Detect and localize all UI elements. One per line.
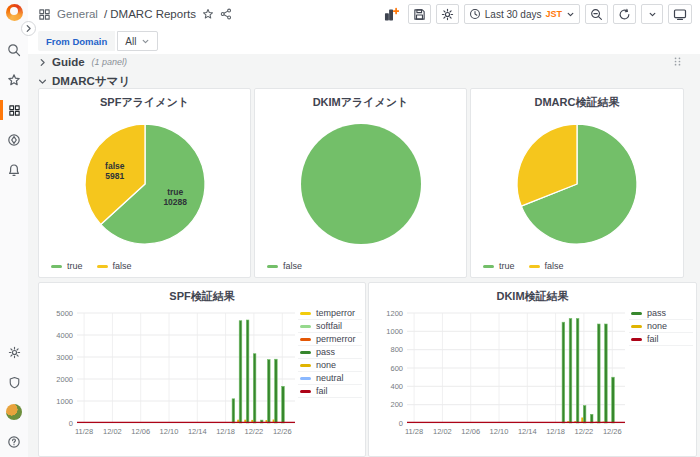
legend-color-dash [631, 325, 642, 328]
svg-text:11/28: 11/28 [405, 427, 423, 436]
row-dmarc-summary[interactable]: DMARCサマリ [38, 74, 130, 89]
compass-icon-glyph [7, 133, 21, 147]
legend-item-false[interactable]: false [267, 261, 302, 271]
legend-item-permerror[interactable]: permerror [298, 333, 362, 346]
search-icon[interactable] [0, 35, 28, 65]
svg-text:false5981: false5981 [105, 161, 125, 181]
pie-chart-dkim-alignment [255, 111, 466, 257]
chevron-right-icon [38, 58, 47, 67]
row-guide-count: (1 panel) [92, 57, 128, 67]
dashboards-icon[interactable] [0, 95, 28, 125]
grid-icon-glyph [8, 104, 21, 117]
legend-label: none [316, 360, 336, 370]
legend-item-true[interactable]: true [483, 261, 515, 271]
share-icon[interactable] [220, 8, 232, 20]
legend-color-dash [300, 325, 311, 328]
svg-text:12/22: 12/22 [575, 427, 594, 436]
chevron-down-icon [38, 77, 47, 86]
legend-item-pass[interactable]: pass [298, 346, 362, 359]
svg-text:12/10: 12/10 [160, 427, 179, 436]
star-outline-icon[interactable] [202, 8, 214, 20]
svg-text:1000: 1000 [386, 327, 403, 336]
svg-text:200: 200 [390, 400, 403, 409]
svg-text:12/02: 12/02 [433, 427, 452, 436]
legend-color-dash [483, 265, 494, 268]
panel-title[interactable]: DMARC検証結果 [471, 89, 683, 111]
sidebar-expand-button[interactable] [21, 21, 36, 36]
svg-text:11/28: 11/28 [75, 427, 93, 436]
legend-color-dash [300, 312, 311, 315]
legend-item-pass[interactable]: pass [629, 307, 693, 320]
nav-controls: Last 30 days JST [380, 4, 692, 24]
svg-text:3000: 3000 [56, 353, 73, 362]
legend-label: temperror [316, 308, 355, 318]
row-guide[interactable]: Guide (1 panel) [38, 56, 127, 68]
breadcrumb-page: / DMARC Reports [104, 8, 196, 20]
refresh-icon [618, 8, 631, 21]
breadcrumb-section[interactable]: General [57, 8, 98, 20]
svg-text:12/14: 12/14 [188, 427, 207, 436]
svg-text:12/02: 12/02 [103, 427, 122, 436]
svg-text:12/26: 12/26 [603, 427, 622, 436]
panel-title[interactable]: SPF検証結果 [39, 283, 365, 305]
legend-item-none[interactable]: none [629, 320, 693, 333]
starred-dashboards-icon[interactable] [0, 65, 28, 95]
legend-item-fail[interactable]: fail [629, 333, 693, 346]
svg-text:12/06: 12/06 [461, 427, 480, 436]
refresh-button[interactable] [613, 4, 636, 24]
legend-color-dash [631, 338, 642, 341]
chevron-down-icon [648, 10, 657, 19]
bar-chart-spf-result: 01000200030004000500011/2812/0212/0612/1… [39, 305, 365, 456]
svg-text:12/14: 12/14 [518, 427, 537, 436]
pie-chart-spf-alignment: true10288false5981 [39, 111, 250, 257]
gear-icon-glyph [8, 346, 21, 359]
explore-icon[interactable] [0, 125, 28, 155]
time-range-picker[interactable]: Last 30 days JST [464, 4, 580, 24]
legend-item-false[interactable]: false [529, 261, 564, 271]
legend-item-softfail[interactable]: softfail [298, 320, 362, 333]
alerting-icon[interactable] [0, 155, 28, 185]
from-domain-select[interactable]: All [117, 31, 158, 51]
refresh-interval-dropdown[interactable] [641, 4, 663, 24]
configuration-icon[interactable] [0, 337, 28, 367]
panel-dkim-result: DKIM検証結果 02004006008001000120011/2812/02… [368, 282, 697, 457]
legend-color-dash [529, 265, 540, 268]
panel-title[interactable]: DKIM検証結果 [369, 283, 696, 305]
server-admin-icon[interactable] [0, 367, 28, 397]
legend-item-none[interactable]: none [298, 359, 362, 372]
svg-text:4000: 4000 [56, 331, 73, 340]
bell-icon-glyph [7, 163, 21, 177]
svg-text:0: 0 [399, 419, 403, 428]
panel-dmarc-result: DMARC検証結果 truefalse [470, 88, 684, 278]
legend-item-temperror[interactable]: temperror [298, 307, 362, 320]
svg-text:1200: 1200 [386, 309, 403, 318]
clock-icon [469, 8, 481, 20]
legend-color-dash [300, 364, 311, 367]
bar-chart-legend: temperrorsoftfailpermerrorpassnoneneutra… [298, 307, 362, 398]
legend-item-false[interactable]: false [97, 261, 132, 271]
save-dashboard-button[interactable] [408, 4, 431, 24]
bar-chart-legend: passnonefail [629, 307, 693, 346]
help-icon[interactable] [0, 427, 28, 457]
cycle-view-button[interactable] [668, 4, 692, 24]
legend-color-dash [300, 377, 311, 380]
legend-item-fail[interactable]: fail [298, 385, 362, 398]
tv-icon [673, 7, 687, 21]
grafana-logo-icon[interactable] [6, 4, 23, 21]
legend-label: neutral [316, 373, 344, 383]
panel-title[interactable]: SPFアライメント [39, 89, 250, 111]
gear-icon [441, 8, 454, 21]
panel-title[interactable]: DKIMアライメント [255, 89, 466, 111]
zoom-out-button[interactable] [585, 4, 608, 24]
row-drag-handle-icon[interactable] [672, 56, 683, 67]
user-avatar[interactable] [6, 404, 22, 420]
legend-label: false [545, 261, 564, 271]
svg-text:800: 800 [390, 345, 403, 354]
dashboard-settings-button[interactable] [436, 4, 459, 24]
svg-text:0: 0 [69, 419, 73, 428]
legend-label: false [283, 261, 302, 271]
legend-item-true[interactable]: true [51, 261, 83, 271]
legend-item-neutral[interactable]: neutral [298, 372, 362, 385]
legend-color-dash [300, 338, 311, 341]
add-panel-button[interactable] [380, 4, 403, 24]
